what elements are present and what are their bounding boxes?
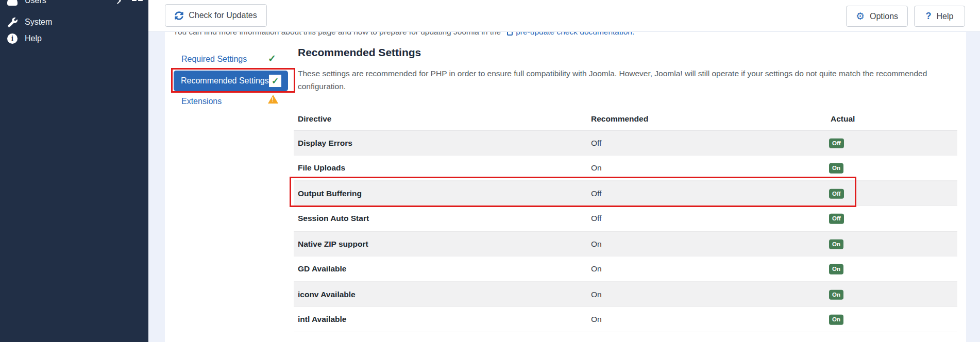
page-title: Recommended Settings bbox=[298, 46, 421, 59]
question-mark-icon: ? bbox=[926, 11, 932, 22]
content-card: You can find more information about this… bbox=[165, 32, 966, 342]
table-header-row: Directive Recommended Actual bbox=[294, 108, 957, 130]
status-badge: Off bbox=[829, 189, 844, 199]
actual-cell: On bbox=[829, 289, 843, 300]
book-icon bbox=[507, 32, 513, 36]
toolbar: Check for Updates ⚙ Options ? Help bbox=[148, 0, 980, 31]
directive-cell: iconv Available bbox=[298, 290, 356, 299]
table-row: File UploadsOnOn bbox=[294, 156, 957, 181]
tab-recommended-settings[interactable]: Recommended Settings ✓ bbox=[174, 71, 288, 91]
sidebar-item-help[interactable]: i Help bbox=[0, 30, 148, 47]
directive-cell: intl Available bbox=[298, 315, 346, 324]
tab-required-settings[interactable]: Required Settings bbox=[181, 55, 247, 64]
directive-cell: GD Available bbox=[298, 264, 346, 273]
status-badge: On bbox=[829, 315, 843, 325]
actual-cell: On bbox=[829, 238, 843, 249]
table-row: intl AvailableOnOn bbox=[294, 307, 957, 332]
status-badge: Off bbox=[829, 138, 844, 148]
actual-cell: Off bbox=[829, 188, 844, 199]
sidebar-item-users[interactable]: Users bbox=[0, 0, 148, 9]
sidebar-item-system[interactable]: System bbox=[0, 13, 148, 31]
sidebar-item-label: System bbox=[25, 18, 52, 27]
directive-cell: Native ZIP support bbox=[298, 240, 368, 249]
recommended-cell: On bbox=[591, 163, 602, 173]
help-button[interactable]: ? Help bbox=[914, 6, 965, 27]
recommended-cell: Off bbox=[591, 214, 601, 223]
status-badge: On bbox=[829, 163, 843, 174]
warning-icon bbox=[268, 95, 278, 104]
recommended-cell: Off bbox=[591, 189, 601, 198]
sync-icon bbox=[175, 11, 183, 20]
table-row: Output BufferingOffOff bbox=[294, 181, 957, 206]
options-button[interactable]: ⚙ Options bbox=[846, 6, 908, 27]
check-icon: ✓ bbox=[268, 53, 276, 64]
settings-table-body: Display ErrorsOffOffFile UploadsOnOnOutp… bbox=[294, 130, 957, 332]
recommended-cell: On bbox=[591, 240, 602, 249]
tab-extensions[interactable]: Extensions bbox=[181, 97, 222, 106]
tab-label: Recommended Settings bbox=[181, 76, 269, 86]
table-row: Session Auto StartOffOff bbox=[294, 206, 957, 231]
actual-cell: On bbox=[829, 163, 843, 174]
admin-sidebar: Users System i Help bbox=[0, 0, 148, 342]
info-banner-clipped: You can find more information about this… bbox=[173, 32, 894, 38]
status-badge: On bbox=[829, 289, 843, 300]
table-row: Native ZIP supportOnOn bbox=[294, 231, 957, 256]
check-icon: ✓ bbox=[269, 75, 281, 87]
settings-table: Directive Recommended Actual Display Err… bbox=[294, 108, 957, 332]
directive-cell: Display Errors bbox=[298, 139, 352, 148]
gear-icon: ⚙ bbox=[856, 11, 865, 21]
actual-cell: On bbox=[829, 314, 843, 325]
status-badge: On bbox=[829, 239, 843, 249]
recommended-cell: On bbox=[591, 264, 602, 273]
recommended-cell: On bbox=[591, 315, 602, 324]
wrench-icon bbox=[6, 16, 19, 28]
table-row: Display ErrorsOffOff bbox=[294, 130, 957, 156]
options-label: Options bbox=[870, 12, 898, 21]
status-badge: Off bbox=[829, 214, 844, 224]
directive-cell: Session Auto Start bbox=[298, 214, 369, 223]
table-row: GD AvailableOnOn bbox=[294, 256, 957, 282]
recommended-cell: Off bbox=[591, 139, 601, 148]
actual-cell: On bbox=[829, 264, 843, 275]
recommended-cell: On bbox=[591, 290, 602, 299]
column-header-directive: Directive bbox=[298, 114, 331, 124]
column-header-recommended: Recommended bbox=[591, 114, 648, 124]
pre-update-doc-link[interactable]: pre-update check documentation. bbox=[516, 32, 634, 37]
check-for-updates-button[interactable]: Check for Updates bbox=[165, 4, 267, 27]
chevron-right-icon[interactable] bbox=[114, 0, 121, 4]
joomla-pre-update-check-page: Users System i Help Check for Updates ⚙ … bbox=[0, 0, 980, 342]
users-icon bbox=[6, 0, 19, 7]
sidebar-item-label: Users bbox=[25, 0, 46, 5]
directive-cell: Output Buffering bbox=[298, 189, 362, 198]
actual-cell: Off bbox=[829, 213, 844, 224]
help-label: Help bbox=[937, 12, 954, 21]
info-banner-text: You can find more information about this… bbox=[173, 32, 501, 37]
table-row: iconv AvailableOnOn bbox=[294, 282, 957, 307]
dashboard-grid-icon[interactable] bbox=[132, 0, 143, 1]
directive-cell: File Uploads bbox=[298, 163, 345, 173]
sidebar-item-label: Help bbox=[25, 34, 42, 43]
info-icon: i bbox=[6, 32, 19, 45]
section-description: These settings are recommended for PHP i… bbox=[298, 67, 971, 93]
column-header-actual: Actual bbox=[831, 114, 855, 124]
actual-cell: Off bbox=[829, 138, 844, 148]
status-badge: On bbox=[829, 264, 843, 275]
check-for-updates-label: Check for Updates bbox=[189, 11, 257, 20]
